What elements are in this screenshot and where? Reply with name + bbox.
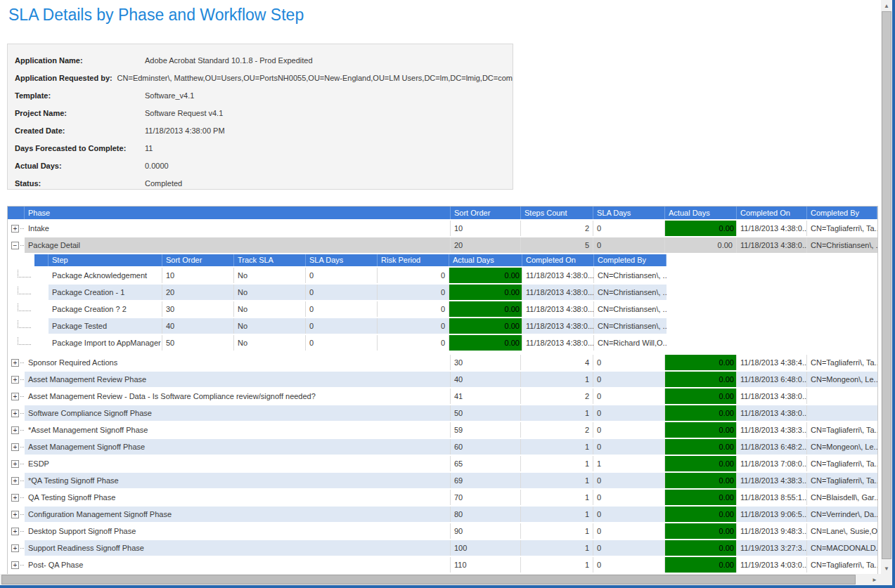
actual-days-cell: 0.00 (665, 523, 737, 539)
completed-on-cell: 11/19/2013 3:27:3... (737, 540, 807, 556)
phase-cell: *QA Testing Signoff Phase (25, 473, 451, 488)
expand-icon[interactable]: + (11, 544, 19, 552)
phase-cell: Software Compliance Signoff Phase (25, 405, 451, 421)
expand-cell: + (8, 507, 25, 522)
completed-by-cell: CN=MACDONALD... (807, 540, 877, 556)
horizontal-scrollbar-thumb[interactable] (1, 575, 856, 584)
actual-days-bar: 0.00 (665, 490, 736, 505)
collapse-icon[interactable]: − (11, 242, 19, 249)
step-completed-on-cell: 11/18/2013 4:38:0... (522, 285, 594, 300)
actual-days-bar: 0.00 (665, 372, 736, 387)
scroll-down-arrow-icon[interactable] (881, 563, 892, 574)
step-sla-days-cell: 0 (306, 318, 378, 334)
expand-cell: + (8, 523, 25, 539)
phase-row: +ESDP65110.0011/18/2013 7:08:0...CN=Tagl… (8, 456, 877, 471)
phase-row: +*Asset Management Signoff Phase59200.00… (8, 422, 877, 438)
step-sort-order-cell: 40 (162, 318, 234, 334)
vertical-scrollbar[interactable] (881, 0, 892, 574)
expand-icon[interactable]: + (11, 359, 19, 367)
steps-count-cell: 1 (521, 557, 593, 573)
scroll-up-arrow-icon[interactable] (881, 0, 892, 11)
sort-order-cell: 80 (451, 507, 521, 522)
actual-days-cell: 0.00 (665, 473, 737, 488)
sla-days-cell: 0 (593, 557, 665, 573)
step-completed-by-cell: CN=Christiansen\, ... (594, 268, 667, 283)
sla-days-cell: 0 (593, 439, 665, 455)
step-completed-by-cell: CN=Richard Will,O... (594, 335, 667, 351)
completed-on-cell: 11/18/2013 4:38:3... (737, 473, 807, 488)
expand-cell: + (8, 456, 25, 471)
step-header-row: StepSort OrderTrack SLASLA DaysRisk Peri… (34, 254, 877, 266)
steps-count-cell: 4 (521, 355, 593, 370)
column-header: Phase (25, 207, 451, 219)
step-column-header: Completed On (522, 254, 594, 266)
step-row: Package Creation - 120No000.0011/18/2013… (8, 285, 877, 300)
expand-icon[interactable]: + (11, 528, 19, 535)
steps-count-cell: 1 (521, 405, 593, 421)
expand-icon[interactable]: + (11, 561, 19, 569)
phase-cell: Asset Management Review - Data - Is Soft… (25, 388, 451, 404)
completed-on-cell: 11/18/2013 9:06:5... (737, 507, 807, 522)
expand-cell: + (8, 540, 25, 556)
step-indent-gutter (8, 268, 49, 283)
steps-count-cell: 1 (521, 439, 593, 455)
expand-icon[interactable]: + (11, 225, 19, 233)
step-track-sla-cell: No (234, 285, 306, 300)
phase-cell: Intake (25, 221, 451, 236)
phase-row: +QA Testing Signoff Phase70100.0011/18/2… (8, 490, 877, 505)
sort-order-cell: 110 (451, 557, 521, 573)
actual-days-bar: 0.00 (449, 268, 522, 283)
horizontal-scrollbar[interactable] (0, 574, 881, 585)
expand-icon[interactable]: + (11, 426, 19, 434)
expand-cell: + (8, 439, 25, 455)
completed-on-cell: 11/18/2013 4:38:0... (737, 388, 807, 404)
expand-cell: + (8, 473, 25, 488)
phase-row: +*QA Testing Signoff Phase69100.0011/18/… (8, 473, 877, 488)
step-row: Package Tested40No000.0011/18/2013 4:38:… (8, 318, 877, 334)
phase-cell: ESDP (25, 456, 451, 471)
scroll-right-arrow-icon[interactable] (869, 574, 880, 585)
actual-days-cell: 0.00 (665, 490, 737, 505)
expand-icon[interactable]: + (11, 477, 19, 485)
completed-by-cell: CN=Blaisdell\, Gar... (807, 490, 877, 505)
info-field-label: Created Date: (15, 126, 145, 135)
completed-on-cell: 11/18/2013 8:55:1... (737, 490, 807, 505)
column-header: Completed By (807, 207, 877, 219)
expand-icon[interactable]: + (11, 410, 19, 417)
sla-table: PhaseSort OrderSteps CountSLA DaysActual… (7, 206, 878, 575)
sla-days-cell: 0 (593, 237, 665, 253)
expand-icon[interactable]: + (11, 494, 19, 502)
phase-row: +Sponsor Required Actions30400.0011/18/2… (8, 355, 877, 370)
expand-cell: + (8, 372, 25, 387)
phase-cell: *Asset Management Signoff Phase (25, 422, 451, 438)
actual-days-bar: 0.00 (665, 456, 736, 471)
completed-on-cell: 11/18/2013 4:38:0... (737, 405, 807, 421)
column-header: SLA Days (593, 207, 665, 219)
expand-icon[interactable]: + (11, 460, 19, 468)
step-step-cell: Package Acknowledgement (49, 268, 162, 283)
info-field-value: 11 (145, 144, 153, 152)
expand-icon[interactable]: + (11, 443, 19, 451)
phase-row: +Asset Management Review Phase40100.0011… (8, 372, 877, 387)
step-completed-on-cell: 11/18/2013 4:38:0... (522, 301, 594, 317)
completed-on-cell: 11/19/2013 4:03:0... (737, 557, 807, 573)
sort-order-cell: 59 (451, 422, 521, 438)
actual-days-bar: 0.00 (665, 221, 736, 236)
step-indent-gutter (8, 335, 49, 351)
completed-on-cell: 11/18/2013 4:38:3... (737, 422, 807, 438)
info-row: Days Forecasted to Complete:11 (15, 139, 513, 157)
expand-icon[interactable]: + (11, 511, 19, 518)
expand-icon[interactable]: + (11, 376, 19, 384)
step-risk-period-cell: 0 (378, 301, 449, 317)
actual-days-cell: 0.00 (665, 405, 737, 421)
phase-row: +Support Readiness Signoff Phase100100.0… (8, 540, 877, 556)
phase-row: +Desktop Support Signoff Phase90100.0011… (8, 523, 877, 539)
expand-icon[interactable]: + (11, 393, 19, 400)
completed-on-cell: 11/18/2013 4:38:0... (737, 221, 807, 236)
phase-cell: Asset Management Signoff Phase (25, 439, 451, 455)
actual-days-bar: 0.00 (449, 301, 522, 317)
info-field-value: 11/18/2013 4:38:00 PM (145, 126, 225, 135)
actual-days-bar: 0.00 (665, 507, 736, 522)
vertical-scrollbar-thumb[interactable] (882, 11, 891, 559)
actual-days-bar: 0.00 (665, 540, 736, 556)
